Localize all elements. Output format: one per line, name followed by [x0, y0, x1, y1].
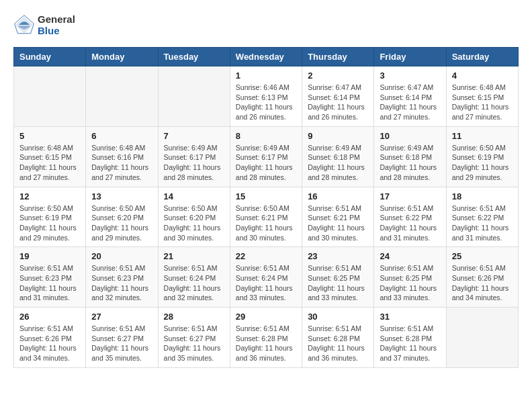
day-info: Sunrise: 6:51 AM Sunset: 6:23 PM Dayligh… — [19, 263, 80, 303]
day-info: Sunrise: 6:51 AM Sunset: 6:25 PM Dayligh… — [308, 263, 368, 303]
day-info: Sunrise: 6:51 AM Sunset: 6:26 PM Dayligh… — [19, 324, 80, 363]
day-info: Sunrise: 6:51 AM Sunset: 6:24 PM Dayligh… — [164, 263, 224, 303]
calendar-cell: 6Sunrise: 6:48 AM Sunset: 6:16 PM Daylig… — [86, 126, 158, 187]
day-number: 16 — [308, 191, 368, 201]
day-info: Sunrise: 6:46 AM Sunset: 6:13 PM Dayligh… — [236, 83, 296, 122]
calendar-day-header: Sunday — [14, 48, 86, 66]
calendar-day-header: Tuesday — [158, 48, 230, 66]
calendar-cell: 10Sunrise: 6:49 AM Sunset: 6:18 PM Dayli… — [374, 126, 446, 187]
day-info: Sunrise: 6:51 AM Sunset: 6:28 PM Dayligh… — [308, 324, 368, 363]
calendar-cell: 3Sunrise: 6:47 AM Sunset: 6:14 PM Daylig… — [374, 66, 446, 127]
day-info: Sunrise: 6:49 AM Sunset: 6:18 PM Dayligh… — [380, 143, 440, 183]
day-info: Sunrise: 6:51 AM Sunset: 6:27 PM Dayligh… — [164, 324, 224, 363]
calendar-cell: 14Sunrise: 6:50 AM Sunset: 6:20 PM Dayli… — [158, 187, 230, 247]
calendar-cell: 22Sunrise: 6:51 AM Sunset: 6:24 PM Dayli… — [230, 247, 302, 308]
day-number: 2 — [308, 71, 368, 81]
day-number: 23 — [308, 251, 368, 261]
day-number: 15 — [236, 191, 296, 201]
day-info: Sunrise: 6:50 AM Sunset: 6:20 PM Dayligh… — [91, 203, 152, 243]
calendar-cell: 5Sunrise: 6:48 AM Sunset: 6:15 PM Daylig… — [14, 126, 86, 187]
day-info: Sunrise: 6:51 AM Sunset: 6:27 PM Dayligh… — [91, 324, 152, 363]
day-number: 30 — [308, 312, 368, 322]
day-info: Sunrise: 6:51 AM Sunset: 6:26 PM Dayligh… — [452, 263, 513, 303]
calendar-week-row: 19Sunrise: 6:51 AM Sunset: 6:23 PM Dayli… — [14, 247, 519, 308]
day-info: Sunrise: 6:51 AM Sunset: 6:21 PM Dayligh… — [308, 203, 368, 243]
calendar-cell: 21Sunrise: 6:51 AM Sunset: 6:24 PM Dayli… — [158, 247, 230, 308]
calendar-cell: 18Sunrise: 6:51 AM Sunset: 6:22 PM Dayli… — [446, 187, 518, 247]
day-number: 29 — [236, 312, 296, 322]
day-number: 4 — [452, 71, 513, 81]
day-info: Sunrise: 6:48 AM Sunset: 6:15 PM Dayligh… — [452, 83, 513, 122]
day-info: Sunrise: 6:51 AM Sunset: 6:28 PM Dayligh… — [380, 324, 440, 363]
calendar-day-header: Saturday — [446, 48, 518, 66]
calendar-cell: 19Sunrise: 6:51 AM Sunset: 6:23 PM Dayli… — [14, 247, 86, 308]
day-number: 22 — [236, 251, 296, 261]
day-number: 28 — [164, 312, 224, 322]
calendar-cell: 26Sunrise: 6:51 AM Sunset: 6:26 PM Dayli… — [14, 308, 86, 368]
calendar-cell: 7Sunrise: 6:49 AM Sunset: 6:17 PM Daylig… — [158, 126, 230, 187]
calendar-cell: 4Sunrise: 6:48 AM Sunset: 6:15 PM Daylig… — [446, 66, 518, 127]
calendar-cell: 23Sunrise: 6:51 AM Sunset: 6:25 PM Dayli… — [302, 247, 374, 308]
calendar-cell: 2Sunrise: 6:47 AM Sunset: 6:14 PM Daylig… — [302, 66, 374, 127]
logo-icon — [13, 14, 35, 36]
day-number: 27 — [91, 312, 152, 322]
day-info: Sunrise: 6:49 AM Sunset: 6:18 PM Dayligh… — [308, 143, 368, 183]
day-number: 13 — [91, 191, 152, 201]
day-info: Sunrise: 6:51 AM Sunset: 6:22 PM Dayligh… — [452, 203, 513, 243]
day-info: Sunrise: 6:47 AM Sunset: 6:14 PM Dayligh… — [380, 83, 440, 122]
calendar-cell: 25Sunrise: 6:51 AM Sunset: 6:26 PM Dayli… — [446, 247, 518, 308]
day-number: 5 — [19, 131, 80, 141]
day-number: 7 — [164, 131, 224, 141]
day-number: 18 — [452, 191, 513, 201]
calendar-cell: 1Sunrise: 6:46 AM Sunset: 6:13 PM Daylig… — [230, 66, 302, 127]
day-number: 10 — [380, 131, 440, 141]
day-info: Sunrise: 6:49 AM Sunset: 6:17 PM Dayligh… — [164, 143, 224, 183]
day-number: 20 — [91, 251, 152, 261]
calendar-week-row: 1Sunrise: 6:46 AM Sunset: 6:13 PM Daylig… — [14, 66, 519, 127]
day-info: Sunrise: 6:50 AM Sunset: 6:19 PM Dayligh… — [19, 203, 80, 243]
calendar-cell — [446, 308, 518, 368]
calendar-cell: 8Sunrise: 6:49 AM Sunset: 6:17 PM Daylig… — [230, 126, 302, 187]
calendar-cell: 27Sunrise: 6:51 AM Sunset: 6:27 PM Dayli… — [86, 308, 158, 368]
calendar-header-row: SundayMondayTuesdayWednesdayThursdayFrid… — [14, 48, 519, 66]
calendar-cell — [14, 66, 86, 127]
day-number: 24 — [380, 251, 440, 261]
day-info: Sunrise: 6:50 AM Sunset: 6:21 PM Dayligh… — [236, 203, 296, 243]
calendar-cell: 16Sunrise: 6:51 AM Sunset: 6:21 PM Dayli… — [302, 187, 374, 247]
day-info: Sunrise: 6:51 AM Sunset: 6:23 PM Dayligh… — [91, 263, 152, 303]
day-number: 17 — [380, 191, 440, 201]
calendar-day-header: Wednesday — [230, 48, 302, 66]
logo: General Blue — [13, 13, 75, 36]
calendar-cell: 17Sunrise: 6:51 AM Sunset: 6:22 PM Dayli… — [374, 187, 446, 247]
calendar-week-row: 5Sunrise: 6:48 AM Sunset: 6:15 PM Daylig… — [14, 126, 519, 187]
day-info: Sunrise: 6:51 AM Sunset: 6:22 PM Dayligh… — [380, 203, 440, 243]
day-info: Sunrise: 6:48 AM Sunset: 6:15 PM Dayligh… — [19, 143, 80, 183]
day-number: 12 — [19, 191, 80, 201]
day-info: Sunrise: 6:49 AM Sunset: 6:17 PM Dayligh… — [236, 143, 296, 183]
day-number: 1 — [236, 71, 296, 81]
calendar-cell — [86, 66, 158, 127]
day-info: Sunrise: 6:47 AM Sunset: 6:14 PM Dayligh… — [308, 83, 368, 122]
calendar-cell: 15Sunrise: 6:50 AM Sunset: 6:21 PM Dayli… — [230, 187, 302, 247]
calendar-cell: 24Sunrise: 6:51 AM Sunset: 6:25 PM Dayli… — [374, 247, 446, 308]
calendar-cell: 12Sunrise: 6:50 AM Sunset: 6:19 PM Dayli… — [14, 187, 86, 247]
day-info: Sunrise: 6:51 AM Sunset: 6:28 PM Dayligh… — [236, 324, 296, 363]
calendar-cell: 9Sunrise: 6:49 AM Sunset: 6:18 PM Daylig… — [302, 126, 374, 187]
day-number: 3 — [380, 71, 440, 81]
day-number: 31 — [380, 312, 440, 322]
calendar-day-header: Friday — [374, 48, 446, 66]
calendar-week-row: 12Sunrise: 6:50 AM Sunset: 6:19 PM Dayli… — [14, 187, 519, 247]
calendar-cell — [158, 66, 230, 127]
day-number: 26 — [19, 312, 80, 322]
day-number: 9 — [308, 131, 368, 141]
day-number: 19 — [19, 251, 80, 261]
day-number: 25 — [452, 251, 513, 261]
calendar-day-header: Monday — [86, 48, 158, 66]
day-info: Sunrise: 6:50 AM Sunset: 6:20 PM Dayligh… — [164, 203, 224, 243]
day-info: Sunrise: 6:50 AM Sunset: 6:19 PM Dayligh… — [452, 143, 513, 183]
calendar-cell: 28Sunrise: 6:51 AM Sunset: 6:27 PM Dayli… — [158, 308, 230, 368]
day-number: 11 — [452, 131, 513, 141]
day-info: Sunrise: 6:48 AM Sunset: 6:16 PM Dayligh… — [91, 143, 152, 183]
calendar-cell: 11Sunrise: 6:50 AM Sunset: 6:19 PM Dayli… — [446, 126, 518, 187]
calendar-cell: 31Sunrise: 6:51 AM Sunset: 6:28 PM Dayli… — [374, 308, 446, 368]
